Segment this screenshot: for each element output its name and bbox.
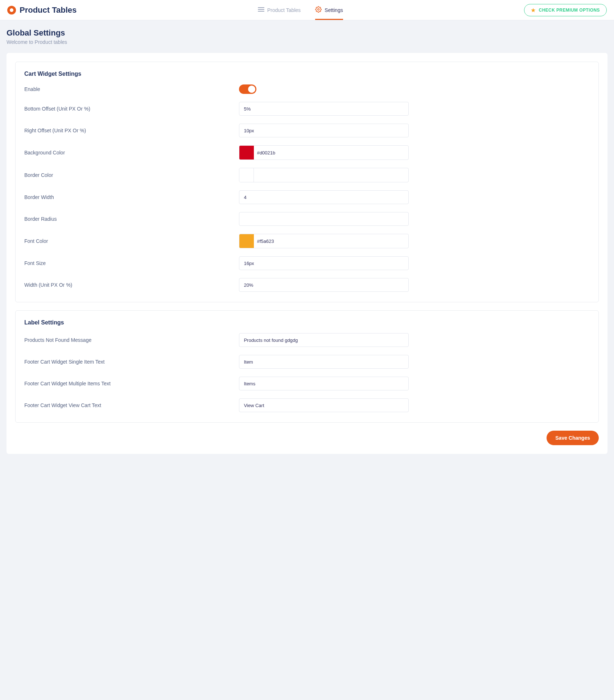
page-title: Global Settings	[7, 28, 607, 38]
single-item-input[interactable]	[239, 355, 409, 369]
background-color-input[interactable]: #d0021b	[239, 145, 409, 160]
border-color-input[interactable]	[239, 168, 409, 182]
tab-product-tables[interactable]: Product Tables	[258, 0, 301, 20]
width-input[interactable]	[239, 278, 409, 292]
width-label: Width (Unit PX Or %)	[24, 282, 239, 288]
font-color-swatch[interactable]	[239, 234, 254, 248]
check-premium-button[interactable]: ★ CHECK PREMIUM OPTIONS	[524, 4, 607, 16]
page-subtitle: Welcome to Product tables	[7, 39, 607, 45]
single-item-label: Footer Cart Widget Single Item Text	[24, 359, 239, 365]
top-bar: Product Tables Product Tables Settings	[0, 0, 614, 20]
font-size-input[interactable]	[239, 256, 409, 270]
svg-point-3	[318, 9, 320, 11]
border-radius-input[interactable]	[239, 212, 409, 226]
border-color-swatch[interactable]	[239, 168, 254, 182]
save-button[interactable]: Save Changes	[547, 431, 599, 445]
right-offset-label: Right Offset (Unit PX Or %)	[24, 128, 239, 133]
table-icon	[258, 7, 264, 13]
label-settings-panel: Label Settings Products Not Found Messag…	[15, 310, 599, 423]
bottom-offset-label: Bottom Offset (Unit PX Or %)	[24, 106, 239, 112]
font-color-input[interactable]: #f5a623	[239, 234, 409, 248]
header-tabs: Product Tables Settings	[258, 0, 343, 20]
brand-title: Product Tables	[20, 5, 77, 15]
view-cart-label: Footer Cart Widget View Cart Text	[24, 402, 239, 408]
background-color-label: Background Color	[24, 150, 239, 156]
label-settings-panel-title: Label Settings	[24, 319, 590, 326]
brand: Product Tables	[7, 5, 77, 15]
not-found-input[interactable]	[239, 333, 409, 347]
tab-label: Product Tables	[267, 7, 301, 13]
border-width-label: Border Width	[24, 194, 239, 200]
gear-icon	[315, 6, 322, 14]
cart-widget-panel-title: Cart Widget Settings	[24, 71, 590, 77]
not-found-label: Products Not Found Message	[24, 337, 239, 343]
border-width-input[interactable]	[239, 190, 409, 204]
enable-label: Enable	[24, 86, 239, 92]
right-offset-input[interactable]	[239, 124, 409, 137]
font-size-label: Font Size	[24, 260, 239, 266]
settings-card: Cart Widget Settings Enable Bottom Offse…	[7, 53, 607, 454]
page-content: Global Settings Welcome to Product table…	[0, 20, 614, 464]
background-color-swatch[interactable]	[239, 146, 254, 160]
multi-item-label: Footer Cart Widget Multiple Items Text	[24, 381, 239, 386]
multi-item-input[interactable]	[239, 377, 409, 390]
background-color-value: #d0021b	[254, 150, 275, 156]
view-cart-input[interactable]	[239, 398, 409, 412]
brand-icon	[7, 6, 16, 15]
font-color-value: #f5a623	[254, 239, 274, 244]
font-color-label: Font Color	[24, 238, 239, 244]
premium-label: CHECK PREMIUM OPTIONS	[539, 8, 600, 13]
tab-label: Settings	[325, 7, 343, 13]
form-actions: Save Changes	[15, 431, 599, 445]
cart-widget-panel: Cart Widget Settings Enable Bottom Offse…	[15, 62, 599, 302]
border-color-label: Border Color	[24, 172, 239, 178]
tab-settings[interactable]: Settings	[315, 0, 343, 20]
star-icon: ★	[531, 7, 536, 13]
enable-toggle[interactable]	[239, 84, 256, 94]
border-radius-label: Border Radius	[24, 216, 239, 222]
bottom-offset-input[interactable]	[239, 102, 409, 116]
